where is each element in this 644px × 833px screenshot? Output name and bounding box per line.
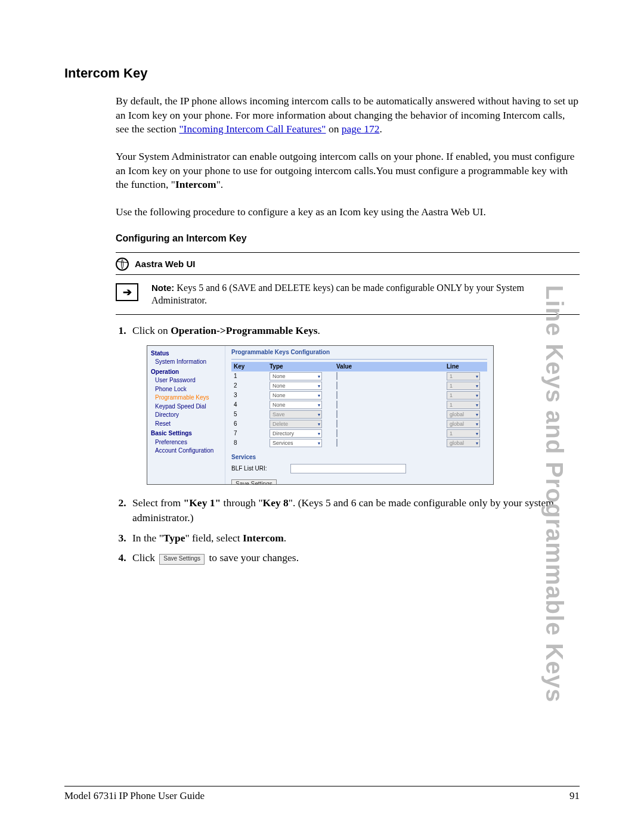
inline-save-settings-button[interactable]: Save Settings <box>159 554 205 565</box>
chevron-down-icon: ▾ <box>476 392 478 400</box>
nav-directory[interactable]: Directory <box>155 411 221 420</box>
nav-operation[interactable]: Operation <box>151 368 221 377</box>
blf-input[interactable] <box>290 464 406 473</box>
step-1: Click on Operation->Programmable Keys. S… <box>129 323 580 485</box>
value-input[interactable] <box>336 401 338 408</box>
key-number: 8 <box>231 439 270 448</box>
line-select: 1▾ <box>447 382 480 390</box>
nav-panel: Status System Information Operation User… <box>147 346 225 484</box>
nav-status[interactable]: Status <box>151 349 221 358</box>
services-label: Services <box>231 453 487 462</box>
panel-title: Programmable Keys Configuration <box>231 348 487 360</box>
value-input[interactable] <box>336 372 338 380</box>
link-page-172[interactable]: page 172 <box>342 123 380 135</box>
aastra-web-ui-label: Aastra Web UI <box>135 258 195 270</box>
line-select: 1▾ <box>447 429 480 438</box>
line-select: 1▾ <box>447 372 480 380</box>
key-number: 2 <box>231 382 270 391</box>
web-ui-screenshot: Status System Information Operation User… <box>147 345 494 485</box>
table-row: 1None▾1▾ <box>231 371 487 381</box>
value-input[interactable] <box>336 429 338 437</box>
table-row: 4None▾1▾ <box>231 400 487 410</box>
intro-paragraph-1: By default, the IP phone allows incoming… <box>116 94 580 137</box>
subheading: Configuring an Intercom Key <box>116 232 580 245</box>
nav-basic-settings[interactable]: Basic Settings <box>151 429 221 438</box>
table-row: 7Directory▾1▾ <box>231 429 487 438</box>
key-number: 1 <box>231 372 270 381</box>
line-select: global▾ <box>447 410 480 419</box>
nav-programmable-keys[interactable]: Programmable Keys <box>155 394 221 402</box>
value-input[interactable] <box>336 382 338 389</box>
chevron-down-icon: ▾ <box>476 431 478 438</box>
chevron-down-icon: ▾ <box>318 431 320 438</box>
line-select: global▾ <box>447 439 480 447</box>
note-arrow-icon: ➔ <box>116 283 138 301</box>
chevron-down-icon: ▾ <box>476 373 478 380</box>
table-row: 5Save▾global▾ <box>231 410 487 419</box>
table-row: 2None▾1▾ <box>231 381 487 391</box>
page-footer: Model 6731i IP Phone User Guide 91 <box>64 786 580 802</box>
key-number: 4 <box>231 401 270 410</box>
type-select: Delete▾ <box>270 420 322 428</box>
line-select: 1▾ <box>447 401 480 409</box>
nav-system-info[interactable]: System Information <box>155 358 221 367</box>
side-chapter-tab: Line Keys and Programmable Keys <box>541 285 568 702</box>
footer-title: Model 6731i IP Phone User Guide <box>64 790 205 802</box>
nav-phone-lock[interactable]: Phone Lock <box>155 385 221 394</box>
line-select: global▾ <box>447 420 480 428</box>
table-row: 3None▾1▾ <box>231 391 487 400</box>
nav-account-config[interactable]: Account Configuration <box>155 447 221 456</box>
chevron-down-icon: ▾ <box>318 411 320 419</box>
key-number: 7 <box>231 429 270 438</box>
key-number: 3 <box>231 391 270 400</box>
chevron-down-icon: ▾ <box>476 402 478 409</box>
table-header: Key Type Value Line <box>231 362 487 371</box>
step-2: Select from "Key 1" through "Key 8". (Ke… <box>129 496 580 526</box>
type-select[interactable]: None▾ <box>270 382 322 390</box>
value-input[interactable] <box>336 391 338 399</box>
type-select[interactable]: Services▾ <box>270 439 322 447</box>
key-number: 6 <box>231 420 270 429</box>
value-input[interactable] <box>336 439 338 447</box>
chevron-down-icon: ▾ <box>318 421 320 428</box>
chevron-down-icon: ▾ <box>476 411 478 419</box>
section-heading: Intercom Key <box>64 66 580 81</box>
type-select: Save▾ <box>270 410 322 419</box>
blf-label: BLF List URI: <box>231 465 267 473</box>
intro-paragraph-3: Use the following procedure to configure… <box>116 205 580 219</box>
chevron-down-icon: ▾ <box>318 383 320 390</box>
table-row: 6Delete▾global▾ <box>231 419 487 429</box>
table-row: 8Services▾global▾ <box>231 438 487 448</box>
nav-preferences[interactable]: Preferences <box>155 438 221 447</box>
globe-icon <box>116 258 129 271</box>
key-number: 5 <box>231 410 270 419</box>
chevron-down-icon: ▾ <box>318 373 320 380</box>
type-select[interactable]: None▾ <box>270 372 322 380</box>
chevron-down-icon: ▾ <box>318 402 320 409</box>
note-text: Note: Keys 5 and 6 (SAVE and DELETE keys… <box>151 282 580 307</box>
chevron-down-icon: ▾ <box>318 440 320 447</box>
nav-speed-dial[interactable]: Keypad Speed Dial <box>155 402 221 411</box>
chevron-down-icon: ▾ <box>476 421 478 428</box>
intro-paragraph-2: Your System Administrator can enable out… <box>116 150 580 192</box>
footer-page-number: 91 <box>569 790 580 802</box>
rule <box>116 314 580 315</box>
chevron-down-icon: ▾ <box>318 392 320 400</box>
value-input <box>336 420 338 428</box>
nav-reset[interactable]: Reset <box>155 420 221 429</box>
step-4: Click Save Settings to save your changes… <box>129 550 580 565</box>
value-input <box>336 410 338 418</box>
line-select: 1▾ <box>447 391 480 400</box>
nav-user-password[interactable]: User Password <box>155 376 221 385</box>
type-select[interactable]: Directory▾ <box>270 429 322 438</box>
link-incoming-features[interactable]: "Incoming Intercom Call Features" <box>179 123 326 135</box>
save-settings-button[interactable]: Save Settings <box>231 479 277 485</box>
chevron-down-icon: ▾ <box>476 440 478 447</box>
step-3: In the "Type" field, select Intercom. <box>129 531 580 546</box>
type-select[interactable]: None▾ <box>270 401 322 409</box>
type-select[interactable]: None▾ <box>270 391 322 400</box>
chevron-down-icon: ▾ <box>476 383 478 390</box>
